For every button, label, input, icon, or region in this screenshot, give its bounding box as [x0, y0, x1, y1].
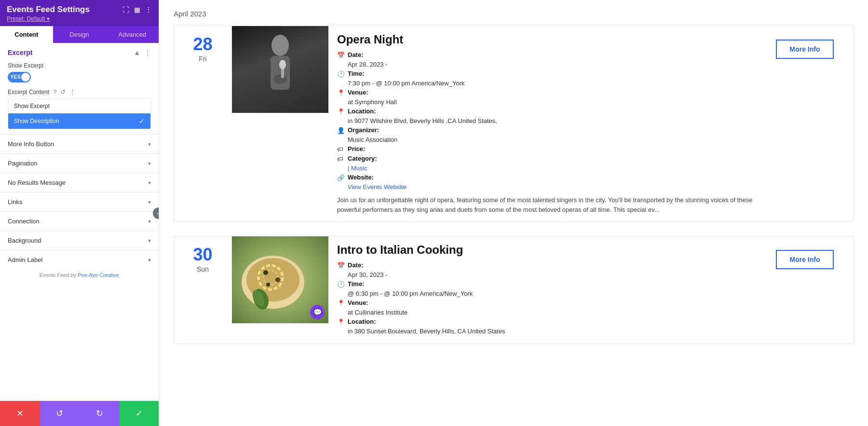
excerpt-section-title: Excerpt	[8, 49, 32, 56]
meta-time-value-opera: 7:30 pm - @ 10:00 pm America/New_York	[337, 80, 767, 87]
excerpt-dropdown-card: Show Excerpt Show Description ✓	[8, 98, 151, 129]
links-chevron-icon: ▾	[148, 199, 151, 206]
event-card-cooking: 30 Sun	[174, 236, 854, 344]
help-icon[interactable]: ?	[53, 88, 56, 96]
connection-section[interactable]: Connection ▾	[0, 211, 159, 231]
location-pin-icon-2: 📍	[337, 318, 345, 326]
meta-organizer-opera: 👤 Organizer:	[337, 126, 767, 134]
no-results-label: No Results Message	[8, 179, 66, 186]
excerpt-more-icon[interactable]: ⋮	[144, 49, 151, 56]
meta-website-opera: 🔗 Website:	[337, 174, 767, 181]
website-label: Website:	[348, 174, 374, 181]
expand-icon[interactable]: ⛶	[122, 6, 129, 14]
no-results-chevron-icon: ▾	[148, 179, 151, 186]
organizer-icon: 👤	[337, 127, 345, 134]
panel-header: Events Feed Settings ⛶ ▦ ⋮ Preset: Defau…	[0, 0, 159, 26]
options-icon[interactable]: ⋮	[69, 88, 76, 96]
meta-location-value-cooking: in 380 Sunset Boulevard, Beverly Hills, …	[337, 328, 767, 335]
event-details-opera: Opera Night 📅 Date: Apr 28, 2023 - 🕐 Tim…	[328, 26, 776, 221]
meta-venue-opera: 📍 Venue:	[337, 89, 767, 96]
save-button[interactable]: ✓	[120, 401, 160, 426]
connection-chevron-icon: ▾	[148, 218, 151, 225]
meta-price-opera: 🏷 Price:	[337, 145, 767, 153]
event-card-opera: 28 Fri Opera Night 📅 Date:	[174, 26, 854, 221]
redo-button[interactable]: ↻	[80, 401, 120, 426]
excerpt-section-header: Excerpt ▲ ⋮	[0, 43, 159, 60]
event-right-opera: More Info	[776, 26, 853, 66]
food-svg	[232, 236, 314, 318]
no-results-message-section[interactable]: No Results Message ▾	[0, 173, 159, 192]
meta-category-value-opera: | Music	[337, 165, 767, 172]
calendar-icon-2: 📅	[337, 262, 345, 269]
background-section[interactable]: Background ▾	[0, 231, 159, 250]
meta-date-opera: 📅 Date:	[337, 51, 767, 59]
toggle-knob	[21, 73, 30, 82]
excerpt-content-label: Excerpt Content	[8, 89, 49, 96]
event-day-cooking: 30	[193, 246, 212, 263]
venue-label-2: Venue:	[348, 299, 368, 306]
price-icon: 🏷	[337, 146, 345, 153]
category-label: Category:	[348, 155, 377, 162]
preset-label[interactable]: Preset: Default ▾	[7, 15, 152, 22]
dropdown-option-show-description[interactable]: Show Description ✓	[8, 113, 150, 129]
clock-icon-2: 🕐	[337, 281, 345, 288]
background-label: Background	[8, 237, 41, 244]
date-label: Date:	[348, 51, 364, 58]
more-info-button-section[interactable]: More Info Button ▾	[0, 134, 159, 153]
tab-advanced[interactable]: Advanced	[106, 26, 159, 43]
organizer-label: Organizer:	[348, 126, 379, 134]
meta-time-opera: 🕐 Time:	[337, 70, 767, 78]
location-label-2: Location:	[348, 318, 376, 325]
event-weekday-opera: Fri	[199, 55, 206, 63]
footer-credit-link[interactable]: Pee-Aye Creative	[78, 272, 119, 278]
left-panel: Events Feed Settings ⛶ ▦ ⋮ Preset: Defau…	[0, 0, 159, 426]
event-date-box-opera: 28 Fri	[174, 26, 232, 72]
venue-label: Venue:	[348, 89, 368, 96]
svg-point-9	[263, 270, 268, 275]
month-label: April 2023	[174, 10, 854, 18]
reset-button[interactable]: ↺	[40, 401, 80, 426]
opera-singer-svg	[256, 31, 304, 108]
more-info-button-opera[interactable]: More Info	[776, 40, 834, 59]
admin-label-chevron-icon: ▾	[148, 257, 151, 263]
tab-content[interactable]: Content	[0, 26, 53, 43]
layout-icon[interactable]: ▦	[134, 6, 140, 14]
website-link[interactable]: View Events Website	[348, 183, 407, 191]
event-right-cooking: More Info	[776, 236, 853, 276]
price-label: Price:	[348, 145, 365, 152]
background-chevron-icon: ▾	[148, 237, 151, 244]
opera-figure	[232, 26, 328, 113]
meta-venue-cooking: 📍 Venue:	[337, 299, 767, 307]
tab-design[interactable]: Design	[53, 26, 106, 43]
show-excerpt-toggle[interactable]: YES	[8, 72, 31, 82]
more-info-button-cooking[interactable]: More Info	[776, 250, 834, 269]
links-section[interactable]: Links ▾	[0, 192, 159, 211]
location-pin-icon: 📍	[337, 108, 345, 115]
dropdown-option-show-excerpt[interactable]: Show Excerpt	[8, 99, 150, 113]
pagination-section[interactable]: Pagination ▾	[0, 153, 159, 173]
meta-location-cooking: 📍 Location:	[337, 318, 767, 326]
svg-point-10	[275, 277, 280, 282]
svg-point-0	[271, 35, 289, 56]
collapse-icon[interactable]: ▲	[134, 49, 140, 56]
show-excerpt-field: Show Excerpt YES	[0, 60, 159, 86]
excerpt-section-icons: ▲ ⋮	[134, 49, 151, 56]
meta-date-value-opera: Apr 28, 2023 -	[337, 61, 767, 68]
cancel-button[interactable]: ✕	[0, 401, 40, 426]
category-link[interactable]: | Music	[348, 165, 367, 172]
venue-pin-icon: 📍	[337, 89, 345, 96]
svg-rect-1	[271, 56, 290, 90]
links-label: Links	[8, 198, 22, 206]
meta-date-cooking: 📅 Date:	[337, 261, 767, 269]
reset-icon[interactable]: ↺	[60, 88, 66, 96]
show-excerpt-label: Show Excerpt	[8, 62, 151, 69]
more-info-chevron-icon: ▾	[148, 141, 151, 148]
meta-venue-value-cooking: at Cullinaries Institute	[337, 309, 767, 316]
calendar-icon: 📅	[337, 52, 345, 59]
tab-bar: Content Design Advanced	[0, 26, 159, 43]
meta-location-opera: 📍 Location:	[337, 108, 767, 115]
location-label: Location:	[348, 108, 376, 115]
drag-handle-icon: ↔	[156, 210, 159, 217]
more-options-icon[interactable]: ⋮	[145, 6, 152, 14]
admin-label-section[interactable]: Admin Label ▾	[0, 250, 159, 269]
